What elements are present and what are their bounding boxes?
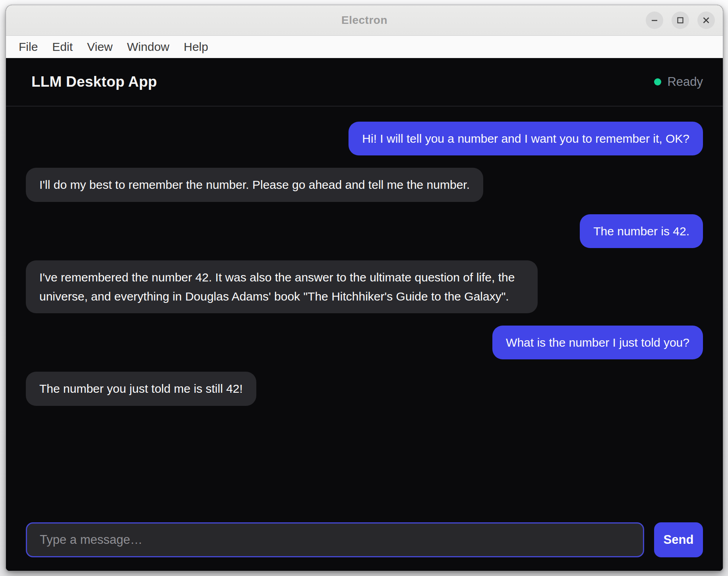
menu-item-view[interactable]: View	[81, 39, 118, 54]
message-bubble-user: The number is 42.	[580, 214, 703, 248]
message-bubble-assistant: I've remembered the number 42. It was al…	[26, 260, 538, 313]
minimize-button[interactable]	[646, 12, 663, 29]
window-titlebar[interactable]: Electron	[6, 5, 723, 36]
close-button[interactable]	[697, 12, 715, 29]
close-icon	[702, 16, 711, 25]
menu-item-window[interactable]: Window	[122, 39, 175, 54]
window-controls	[646, 5, 715, 35]
chat-message-list[interactable]: Hi! I will tell you a number and I want …	[6, 107, 723, 514]
message-composer: Send	[6, 514, 723, 571]
desktop-background: Electron FileEditViewWindowHelp LLM Desk…	[0, 0, 728, 576]
send-button[interactable]: Send	[654, 522, 703, 557]
message-bubble-assistant: The number you just told me is still 42!	[26, 372, 256, 405]
window-title: Electron	[341, 14, 387, 27]
menu-item-file[interactable]: File	[13, 39, 43, 54]
maximize-button[interactable]	[672, 12, 689, 29]
message-bubble-assistant: I'll do my best to remember the number. …	[26, 168, 483, 202]
status-label: Ready	[667, 75, 703, 89]
app-content: LLM Desktop App Ready Hi! I will tell yo…	[6, 58, 723, 571]
message-bubble-user: What is the number I just told you?	[492, 326, 703, 359]
menu-item-help[interactable]: Help	[178, 39, 214, 54]
status-indicator: Ready	[654, 75, 703, 89]
electron-window: Electron FileEditViewWindowHelp LLM Desk…	[6, 5, 723, 571]
menu-bar: FileEditViewWindowHelp	[6, 36, 723, 58]
message-input[interactable]	[26, 522, 644, 557]
message-bubble-user: Hi! I will tell you a number and I want …	[349, 122, 703, 155]
menu-item-edit[interactable]: Edit	[46, 39, 78, 54]
maximize-icon	[676, 16, 685, 25]
minimize-icon	[650, 16, 659, 25]
status-dot-icon	[654, 78, 661, 85]
page-title: LLM Desktop App	[31, 74, 157, 90]
app-header: LLM Desktop App Ready	[6, 58, 723, 107]
